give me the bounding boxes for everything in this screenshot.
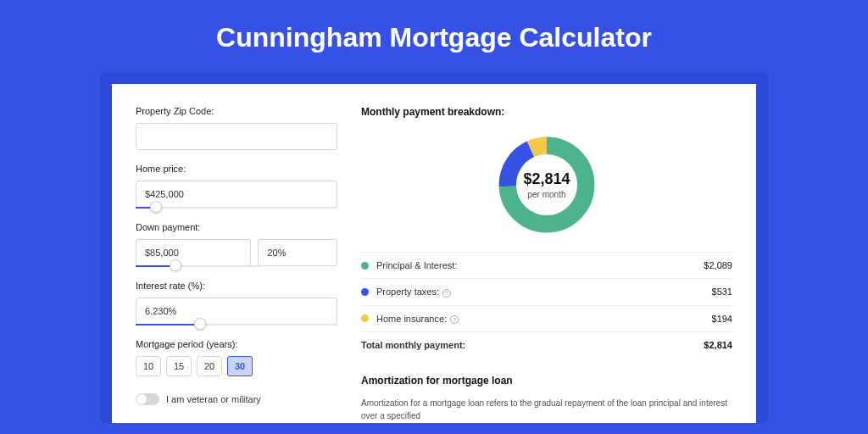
period-option-20[interactable]: 20 [197, 356, 222, 376]
veteran-toggle[interactable] [136, 393, 159, 405]
slider-thumb[interactable] [194, 318, 206, 330]
total-label: Total monthly payment: [361, 340, 704, 350]
down-pct-input[interactable] [258, 239, 337, 266]
period-option-30[interactable]: 30 [227, 356, 253, 376]
legend-dot [361, 288, 369, 296]
period-group: Mortgage period (years): 10152030 [136, 339, 337, 376]
calculator-panel: Property Zip Code: Home price: Down paym… [112, 84, 756, 423]
slider-thumb[interactable] [150, 201, 162, 213]
price-label: Home price: [136, 164, 337, 174]
breakdown-value: $531 [712, 287, 732, 297]
period-label: Mortgage period (years): [136, 339, 337, 349]
period-options: 10152030 [136, 356, 337, 376]
page-title: Cunningham Mortgage Calculator [216, 22, 652, 53]
amortization-section: Amortization for mortgage loan Amortizat… [361, 375, 732, 422]
legend-dot [361, 262, 369, 270]
donut-sub: per month [523, 190, 570, 199]
breakdown-row: Principal & Interest:$2,089 [361, 253, 732, 279]
amortization-body: Amortization for a mortgage loan refers … [361, 397, 732, 422]
breakdown-label: Principal & Interest: [376, 260, 704, 270]
breakdown-total-row: Total monthly payment:$2,814 [361, 332, 732, 358]
rate-label: Interest rate (%): [136, 281, 337, 291]
breakdown-value: $2,089 [704, 260, 732, 270]
price-group: Home price: [136, 164, 337, 209]
rate-input[interactable] [136, 298, 337, 325]
down-group: Down payment: [136, 222, 337, 267]
rate-group: Interest rate (%): [136, 281, 337, 326]
zip-label: Property Zip Code: [136, 106, 337, 116]
price-input[interactable] [136, 181, 337, 208]
down-amount-input[interactable] [136, 239, 251, 266]
period-option-10[interactable]: 10 [136, 356, 161, 376]
info-icon[interactable]: ? [442, 289, 451, 298]
slider-thumb[interactable] [170, 259, 181, 271]
price-slider[interactable] [136, 207, 337, 209]
breakdown-row: Property taxes:?$531 [361, 279, 732, 306]
breakdown-value: $194 [712, 314, 732, 324]
breakdown-label: Home insurance:? [376, 314, 712, 325]
form-column: Property Zip Code: Home price: Down paym… [136, 106, 337, 423]
breakdown-list: Principal & Interest:$2,089Property taxe… [361, 252, 732, 358]
info-icon[interactable]: ? [450, 315, 459, 324]
amortization-title: Amortization for mortgage loan [361, 375, 732, 387]
period-option-15[interactable]: 15 [166, 356, 192, 376]
results-column: Monthly payment breakdown: $2,814 per mo… [361, 106, 732, 423]
veteran-label: I am veteran or military [166, 394, 261, 404]
total-value: $2,814 [704, 340, 732, 350]
breakdown-label: Property taxes:? [376, 287, 712, 298]
zip-group: Property Zip Code: [136, 106, 337, 150]
down-slider[interactable] [136, 265, 261, 267]
payment-donut: $2,814 per month [495, 133, 598, 236]
breakdown-row: Home insurance:?$194 [361, 306, 732, 333]
veteran-row: I am veteran or military [136, 393, 337, 405]
breakdown-title: Monthly payment breakdown: [361, 106, 732, 118]
legend-dot [361, 314, 369, 322]
rate-slider[interactable] [136, 324, 337, 326]
down-label: Down payment: [136, 222, 337, 232]
donut-value: $2,814 [523, 170, 570, 188]
panel-frame: Property Zip Code: Home price: Down paym… [100, 72, 768, 423]
zip-input[interactable] [136, 123, 337, 150]
